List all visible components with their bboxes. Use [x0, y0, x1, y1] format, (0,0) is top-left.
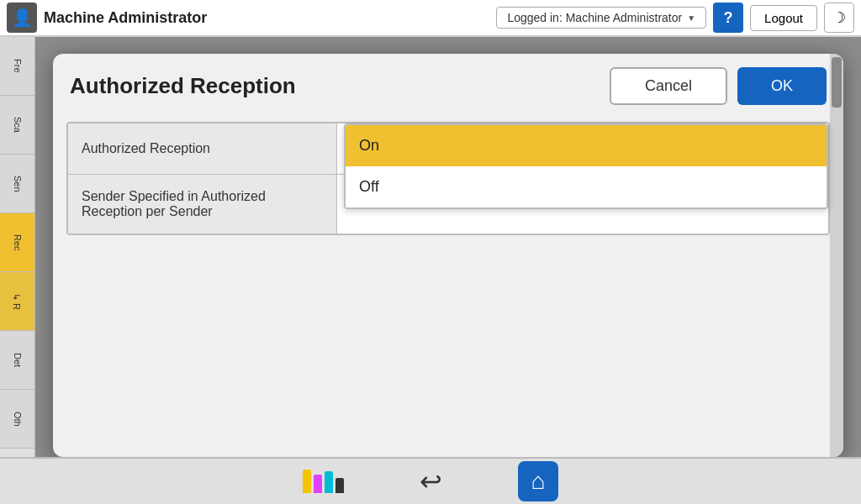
modal-overlay: Authorized Reception Cancel OK Authorize… — [35, 37, 861, 504]
sidebar-item-fre[interactable]: Fre — [0, 37, 34, 96]
authorized-reception-label: Authorized Reception — [68, 123, 337, 174]
authorized-reception-dropdown[interactable]: On Off — [344, 123, 828, 209]
home-button[interactable]: ⌂ — [518, 461, 558, 501]
back-button[interactable]: ↩ — [410, 461, 451, 501]
content-background: Authorized Reception Cancel OK Authorize… — [35, 37, 861, 504]
scrollbar-thumb[interactable] — [832, 57, 842, 108]
sidebar-item-det[interactable]: Det — [0, 331, 34, 390]
dialog-header: Authorized Reception Cancel OK — [53, 54, 843, 118]
ok-button[interactable]: OK — [737, 67, 827, 105]
sidebar-item-sen[interactable]: Sen — [0, 155, 34, 213]
logout-button[interactable]: Logout — [750, 5, 817, 31]
dark-mode-button[interactable]: ☽ — [824, 3, 854, 33]
dropdown-option-off[interactable]: Off — [346, 166, 827, 207]
logged-in-label: Logged in: Machine Administrator ▼ — [496, 7, 706, 29]
logged-in-dropdown-arrow: ▼ — [687, 13, 695, 23]
sidebar-item-oth[interactable]: Oth — [0, 390, 34, 449]
top-bar: 👤 Machine Administrator Logged in: Machi… — [0, 0, 861, 37]
sidebar-item-rec[interactable]: Rec — [0, 213, 34, 272]
dialog-buttons: Cancel OK — [610, 67, 827, 105]
cancel-button[interactable]: Cancel — [610, 67, 727, 105]
sender-specified-label: Sender Specified in Authorized Reception… — [68, 175, 337, 234]
sidebar: Fre Sca Sen Rec ↳ R Det Oth — [0, 37, 35, 504]
main-area: Fre Sca Sen Rec ↳ R Det Oth Authorized R… — [0, 37, 861, 504]
help-button[interactable]: ? — [713, 3, 743, 33]
sidebar-item-sca[interactable]: Sca — [0, 96, 34, 155]
authorized-reception-dropdown-cell: On Off — [337, 123, 828, 174]
bottom-bar: ↩ ⌂ — [0, 457, 861, 504]
user-icon: 👤 — [7, 3, 37, 33]
settings-table: Authorized Reception On Off — [66, 122, 830, 235]
ink-status-button[interactable] — [303, 461, 343, 501]
ink-icon — [303, 470, 344, 493]
authorized-reception-dialog: Authorized Reception Cancel OK Authorize… — [53, 54, 843, 457]
dropdown-option-on[interactable]: On — [346, 125, 827, 166]
sidebar-item-r[interactable]: ↳ R — [0, 272, 34, 331]
app-title: Machine Administrator — [44, 9, 489, 27]
table-row: Authorized Reception On Off — [68, 123, 828, 175]
dialog-title: Authorized Reception — [70, 73, 296, 99]
dialog-scrollbar[interactable] — [830, 54, 843, 457]
